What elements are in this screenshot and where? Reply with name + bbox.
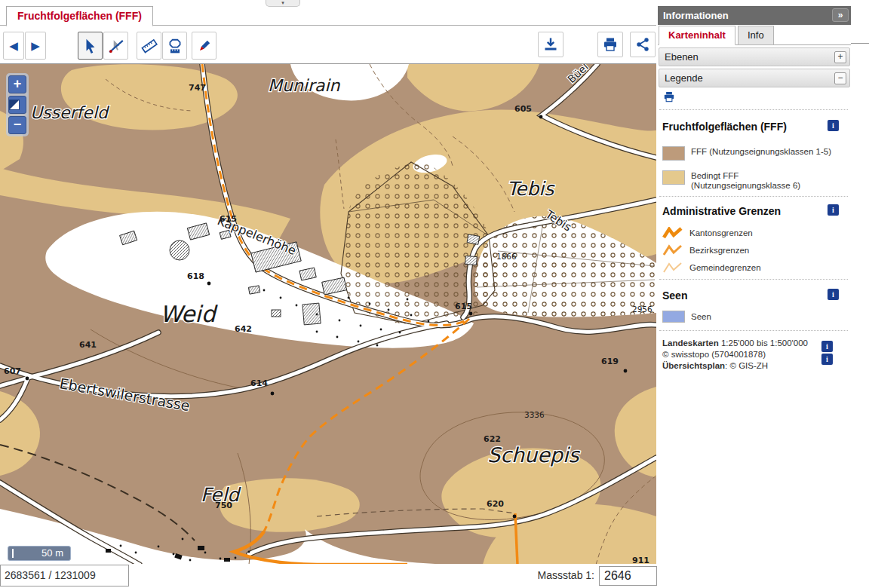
fff-label: FFF (Nutzungseignungsklassen 1-5) bbox=[685, 146, 836, 157]
deselect-icon bbox=[108, 38, 124, 54]
full-extent-icon bbox=[9, 100, 20, 110]
bedingt-fff-swatch bbox=[662, 170, 685, 185]
info-icon-fff[interactable]: i bbox=[828, 120, 839, 131]
scale-bar: 50 m bbox=[8, 546, 71, 561]
print-icon bbox=[602, 36, 619, 53]
expand-icon[interactable]: + bbox=[834, 51, 846, 63]
legend-section-fff-title: Fruchtfolgeflächen (FFF) bbox=[662, 121, 787, 133]
profile-tool-button[interactable] bbox=[162, 32, 187, 60]
gemeindegrenze-symbol bbox=[662, 262, 683, 274]
parcel-911: 911 bbox=[632, 556, 649, 564]
legend-item-bezirksgrenzen: Bezirksgrenzen bbox=[662, 244, 834, 257]
download-icon bbox=[542, 36, 559, 53]
legend-item-kantonsgrenzen: Kantonsgrenzen bbox=[662, 227, 834, 240]
legend-print-icon[interactable] bbox=[662, 90, 676, 103]
separator bbox=[659, 330, 848, 331]
map-viewport[interactable]: Usserfeld Munirain Tebis Weid Schuepis F… bbox=[0, 63, 656, 564]
scale-label: Massstab 1: bbox=[498, 564, 594, 587]
map-canvas: Usserfeld Munirain Tebis Weid Schuepis F… bbox=[0, 64, 656, 564]
ruler-icon bbox=[141, 38, 158, 54]
select-arrow-icon bbox=[82, 38, 99, 54]
status-bar: 2683561 / 1231009 Massstab 1: bbox=[0, 564, 658, 588]
scale-input[interactable] bbox=[599, 566, 657, 586]
page-edge-line bbox=[851, 43, 869, 44]
legend-item-bedingt-fff: Bedingt FFF (Nutzungseignungsklasse 6) bbox=[662, 170, 836, 191]
full-extent-button[interactable] bbox=[8, 96, 26, 114]
legend-section-seen-title: Seen bbox=[662, 289, 687, 302]
share-button[interactable] bbox=[630, 32, 656, 57]
measure-tool-button[interactable] bbox=[137, 32, 161, 60]
bezirksgrenze-symbol bbox=[662, 244, 683, 257]
kantonsgrenze-symbol bbox=[662, 227, 683, 240]
place-label-munirain: Munirain bbox=[268, 76, 341, 95]
zoom-in-button[interactable]: + bbox=[8, 75, 26, 93]
select-tool-button[interactable] bbox=[78, 32, 103, 60]
height-747: 747 bbox=[189, 83, 206, 93]
map-tab-fruchtfolgeflaechen[interactable]: Fruchtfolgeflächen (FFF) bbox=[6, 6, 153, 26]
zoom-control: + − bbox=[6, 73, 29, 136]
pencil-icon bbox=[196, 38, 213, 54]
gis-viewer: Fruchtfolgeflächen (FFF) ▾ ◀ ▶ bbox=[0, 0, 869, 588]
height-619: 619 bbox=[601, 357, 619, 366]
kantonsgrenzen-label: Kantonsgrenzen bbox=[683, 227, 834, 238]
separator bbox=[659, 196, 848, 197]
collapse-icon[interactable]: − bbox=[834, 72, 846, 84]
info-panel-header: Informationen » bbox=[658, 6, 851, 25]
back-arrow-icon: ◀ bbox=[9, 39, 18, 53]
accordion-legende-label: Legende bbox=[665, 72, 703, 84]
print-button[interactable] bbox=[597, 32, 623, 57]
scale-bar-tick bbox=[12, 549, 14, 558]
history-back-button[interactable]: ◀ bbox=[3, 32, 24, 60]
scale-bar-label: 50 m bbox=[41, 547, 63, 559]
attribution-swisstopo: © swisstopo (5704001878) bbox=[662, 349, 840, 360]
bedingt-fff-label: Bedingt FFF (Nutzungseignungsklasse 6) bbox=[685, 170, 836, 191]
history-forward-button[interactable]: ▶ bbox=[25, 32, 46, 60]
separator bbox=[659, 109, 848, 110]
separator bbox=[659, 279, 848, 280]
share-icon bbox=[634, 36, 651, 53]
bezirksgrenzen-label: Bezirksgrenzen bbox=[683, 244, 834, 256]
height-614: 614 bbox=[250, 378, 268, 388]
info-icon-landeskarten[interactable]: i bbox=[821, 341, 833, 352]
gemeindegrenzen-label: Gemeindegrenzen bbox=[683, 262, 834, 273]
download-button[interactable] bbox=[538, 32, 563, 57]
panel-collapse-button[interactable]: » bbox=[832, 8, 849, 22]
legend-item-gemeindegrenzen: Gemeindegrenzen bbox=[662, 262, 834, 274]
height-620: 620 bbox=[487, 499, 504, 509]
tab-info[interactable]: Info bbox=[738, 26, 774, 45]
place-label-weid: Weid bbox=[160, 301, 219, 327]
map-attribution: Landeskarten 1:25'000 bis 1:500'000 © sw… bbox=[662, 338, 840, 372]
profile-icon bbox=[167, 38, 183, 54]
height-750: 750 bbox=[215, 501, 232, 510]
accordion-ebenen-label: Ebenen bbox=[665, 51, 699, 63]
info-icon-admin[interactable]: i bbox=[828, 204, 839, 216]
deselect-tool-button[interactable] bbox=[103, 32, 128, 60]
info-panel-title: Informationen bbox=[663, 10, 729, 21]
legend-section-admin-title: Administrative Grenzen bbox=[662, 205, 781, 217]
accordion-ebenen[interactable]: Ebenen + bbox=[659, 47, 850, 66]
attribution-uebersichtsplan-bold: Übersichtsplan bbox=[662, 361, 725, 370]
legend-item-fff: FFF (Nutzungseignungsklassen 1-5) bbox=[662, 146, 836, 161]
coordinates-display[interactable]: 2683561 / 1231009 bbox=[0, 565, 129, 586]
accordion-legende[interactable]: Legende − bbox=[659, 69, 850, 87]
zoom-out-button[interactable]: − bbox=[8, 116, 26, 134]
attribution-uebersichtsplan-rest: : © GIS-ZH bbox=[725, 361, 768, 370]
place-label-schuepis: Schuepis bbox=[487, 443, 580, 467]
height-622: 622 bbox=[484, 434, 501, 444]
draw-tool-button[interactable] bbox=[192, 32, 216, 60]
info-panel: Informationen » Karteninhalt Info Ebenen… bbox=[658, 6, 851, 588]
seen-swatch bbox=[662, 311, 685, 323]
parcel-2956: 2956 bbox=[632, 305, 653, 314]
height-615b: 615 bbox=[455, 302, 472, 311]
place-label-tebis: Tebis bbox=[507, 178, 555, 200]
height-642: 642 bbox=[235, 324, 252, 334]
info-icon-uebersichtsplan[interactable]: i bbox=[821, 354, 833, 365]
attribution-landeskarten-rest: 1:25'000 bis 1:500'000 bbox=[719, 338, 808, 348]
attribution-landeskarten-bold: Landeskarten bbox=[662, 338, 719, 348]
height-618: 618 bbox=[187, 271, 204, 281]
tab-karteninhalt[interactable]: Karteninhalt bbox=[659, 26, 735, 45]
parcel-3336: 3336 bbox=[524, 410, 545, 419]
legend-item-seen: Seen bbox=[662, 311, 836, 323]
info-icon-seen[interactable]: i bbox=[828, 289, 839, 300]
top-panel-collapse-handle[interactable]: ▾ bbox=[266, 0, 300, 7]
